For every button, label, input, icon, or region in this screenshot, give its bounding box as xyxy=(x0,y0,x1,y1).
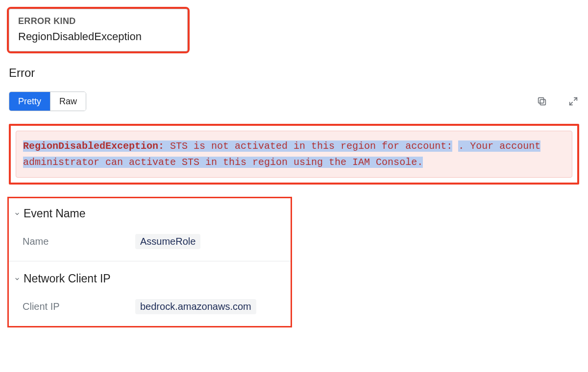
details-panel: Event Name Name AssumeRole Network Clien… xyxy=(9,198,291,326)
copy-icon[interactable] xyxy=(536,95,548,107)
detail-row: Client IP bedrock.amazonaws.com xyxy=(14,299,282,314)
detail-row: Name AssumeRole xyxy=(14,234,282,249)
section-network-client-ip: Network Client IP Client IP bedrock.amaz… xyxy=(9,267,291,316)
detail-key: Name xyxy=(23,236,135,247)
view-mode-toggle: Pretty Raw xyxy=(9,92,86,111)
detail-value: AssumeRole xyxy=(135,234,200,249)
error-viewer-toolbar: Pretty Raw xyxy=(9,92,579,111)
svg-rect-1 xyxy=(539,98,544,103)
divider xyxy=(9,261,291,261)
expand-icon[interactable] xyxy=(567,95,579,107)
chevron-down-icon xyxy=(14,210,21,217)
section-header-network-client-ip[interactable]: Network Client IP xyxy=(14,272,282,285)
error-kind-card: ERROR KIND RegionDisabledException xyxy=(9,9,188,51)
error-exception-name: RegionDisabledException: xyxy=(23,140,164,152)
section-header-event-name[interactable]: Event Name xyxy=(14,207,282,220)
svg-rect-0 xyxy=(540,99,545,105)
detail-key: Client IP xyxy=(23,301,135,312)
section-title: Network Client IP xyxy=(24,272,111,285)
error-heading: Error xyxy=(9,66,579,80)
error-message: RegionDisabledException: STS is not acti… xyxy=(16,131,572,178)
error-kind-value: RegionDisabledException xyxy=(18,30,177,43)
error-kind-label: ERROR KIND xyxy=(18,16,177,26)
tab-pretty[interactable]: Pretty xyxy=(9,92,50,111)
section-event-name: Event Name Name AssumeRole xyxy=(9,202,291,251)
detail-value: bedrock.amazonaws.com xyxy=(135,299,256,314)
error-message-highlight: RegionDisabledException: STS is not acti… xyxy=(9,124,579,185)
tab-raw[interactable]: Raw xyxy=(50,92,86,111)
section-title: Event Name xyxy=(24,207,86,220)
chevron-down-icon xyxy=(14,276,21,282)
error-body-1: STS is not activated in this region for … xyxy=(164,140,452,152)
error-account-gap xyxy=(452,140,458,152)
